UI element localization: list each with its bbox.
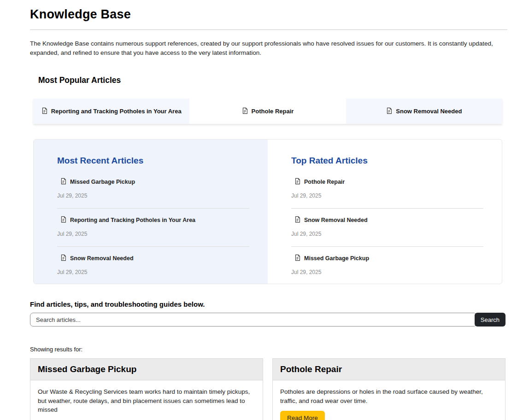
search-bar: Search — [30, 313, 505, 327]
article-title: Snow Removal Needed — [70, 255, 134, 262]
list-item: Missed Garbage Pickup Jul 29, 2025 — [291, 247, 483, 284]
top-rated-heading: Top Rated Articles — [291, 156, 483, 166]
most-recent-articles-section: Most Recent Articles Missed Garbage Pick… — [34, 140, 268, 284]
top-rated-articles-list: Pothole Repair Jul 29, 2025 Snow Removal… — [291, 170, 483, 284]
article-title: Reporting and Tracking Potholes in Your … — [70, 217, 195, 223]
result-card-pothole-repair: Pothole Repair Potholes are depressions … — [272, 358, 505, 420]
showing-results-label: Showing results for: — [30, 346, 505, 353]
list-item: Snow Removal Needed Jul 29, 2025 — [291, 209, 483, 247]
title-divider — [30, 29, 507, 30]
card-body: Potholes are depressions or holes in the… — [273, 380, 505, 420]
article-date: Jul 29, 2025 — [291, 231, 483, 237]
most-popular-heading: Most Popular Articles — [38, 76, 505, 85]
search-button[interactable]: Search — [475, 313, 505, 327]
card-header: Pothole Repair — [273, 359, 505, 380]
article-date: Jul 29, 2025 — [57, 192, 249, 199]
search-input[interactable] — [30, 313, 477, 327]
article-date: Jul 29, 2025 — [291, 192, 483, 199]
card-title: Missed Garbage Pickup — [38, 364, 255, 374]
tab-label: Reporting and Tracking Potholes in Your … — [51, 108, 182, 115]
popular-articles-tabs: Reporting and Tracking Potholes in Your … — [33, 99, 502, 124]
article-link-snow-removal[interactable]: Snow Removal Needed — [294, 216, 483, 224]
list-item: Pothole Repair Jul 29, 2025 — [291, 170, 483, 209]
tab-reporting-and-tracking-potholes[interactable]: Reporting and Tracking Potholes in Your … — [33, 99, 189, 124]
article-title: Missed Garbage Pickup — [304, 255, 369, 262]
document-icon — [294, 178, 300, 186]
list-item: Snow Removal Needed Jul 29, 2025 — [57, 247, 249, 284]
article-link-reporting-potholes[interactable]: Reporting and Tracking Potholes in Your … — [60, 216, 249, 224]
page-title: Knowledge Base — [30, 7, 505, 22]
document-icon — [41, 107, 47, 116]
card-header: Missed Garbage Pickup — [30, 359, 263, 380]
intro-text: The Knowledge Base contains numerous sup… — [30, 39, 500, 57]
card-body: Our Waste & Recycling Services team work… — [30, 380, 263, 420]
document-icon — [242, 107, 248, 116]
article-link-missed-garbage-pickup[interactable]: Missed Garbage Pickup — [294, 254, 483, 262]
read-more-button[interactable]: Read More — [280, 411, 325, 420]
card-excerpt: Potholes are depressions or holes in the… — [280, 387, 498, 405]
document-icon — [60, 178, 66, 186]
knowledge-base-page: Knowledge Base The Knowledge Base contai… — [30, 7, 505, 420]
article-date: Jul 29, 2025 — [291, 269, 483, 275]
list-item: Missed Garbage Pickup Jul 29, 2025 — [57, 170, 249, 209]
tab-snow-removal-needed[interactable]: Snow Removal Needed — [346, 99, 502, 124]
tab-label: Pothole Repair — [252, 108, 294, 115]
result-card-missed-garbage-pickup: Missed Garbage Pickup Our Waste & Recycl… — [30, 358, 263, 420]
card-excerpt: Our Waste & Recycling Services team work… — [38, 387, 255, 414]
document-icon — [60, 216, 66, 224]
most-recent-heading: Most Recent Articles — [57, 156, 249, 166]
article-link-pothole-repair[interactable]: Pothole Repair — [294, 178, 483, 186]
tab-label: Snow Removal Needed — [396, 108, 462, 115]
top-rated-articles-section: Top Rated Articles Pothole Repair Jul 29… — [268, 140, 502, 284]
article-link-missed-garbage-pickup[interactable]: Missed Garbage Pickup — [60, 178, 249, 186]
article-link-snow-removal[interactable]: Snow Removal Needed — [60, 254, 249, 262]
document-icon — [294, 254, 300, 262]
document-icon — [386, 107, 392, 116]
document-icon — [294, 216, 300, 224]
card-title: Pothole Repair — [280, 364, 498, 374]
list-item: Reporting and Tracking Potholes in Your … — [57, 209, 249, 247]
search-heading: Find articles, tips, and troubleshooting… — [30, 300, 505, 308]
document-icon — [60, 254, 66, 262]
article-date: Jul 29, 2025 — [57, 269, 249, 275]
recent-articles-list: Missed Garbage Pickup Jul 29, 2025 Repor… — [57, 170, 249, 284]
search-results: Missed Garbage Pickup Our Waste & Recycl… — [30, 358, 505, 420]
tab-pothole-repair[interactable]: Pothole Repair — [189, 99, 346, 124]
article-date: Jul 29, 2025 — [57, 231, 249, 237]
articles-panel: Most Recent Articles Missed Garbage Pick… — [33, 139, 502, 284]
article-title: Snow Removal Needed — [304, 217, 368, 223]
article-title: Missed Garbage Pickup — [70, 179, 135, 185]
article-title: Pothole Repair — [304, 179, 345, 185]
